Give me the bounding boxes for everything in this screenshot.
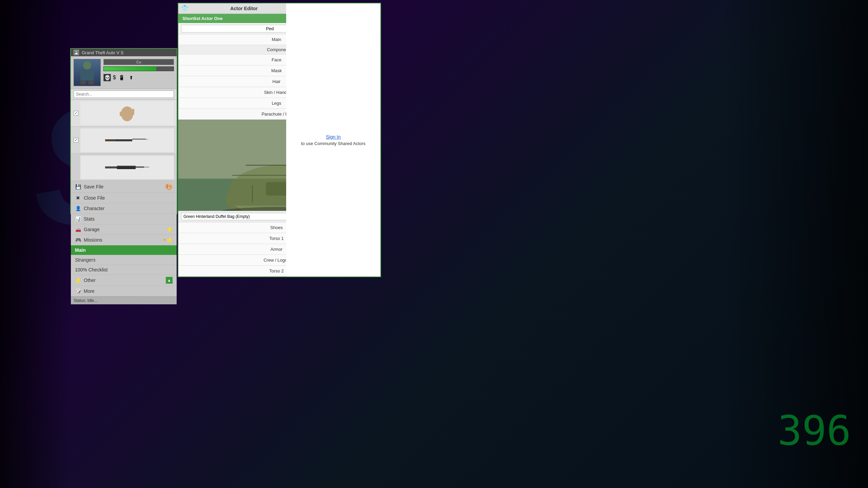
hand-svg — [114, 102, 141, 124]
nav-menu: 💾 Save File 🎨 ✖ Close File 👤 Character 📊… — [71, 181, 177, 297]
player-stats: Cu 💀 $ 📱 ⬆ — [103, 59, 174, 86]
status-text: Status: Idle... — [74, 298, 97, 303]
other-badge: ▲ — [166, 277, 173, 284]
nav-main-label: Main — [75, 247, 86, 253]
status-bar: Status: Idle... — [71, 297, 177, 304]
missions-star-icon: ⭐ — [167, 237, 173, 243]
nav-item-main[interactable]: Main — [71, 245, 177, 255]
more-icon: 🎲 — [75, 288, 81, 294]
svg-rect-18 — [117, 166, 136, 167]
search-input[interactable] — [74, 90, 174, 98]
sign-in-link[interactable]: Sign In — [326, 134, 341, 140]
nav-item-strangers[interactable]: Strangers — [71, 255, 177, 265]
left-character-area — [0, 0, 71, 488]
weapon-item-3 — [71, 154, 177, 181]
weapon-image-3 — [80, 156, 174, 179]
nav-item-more[interactable]: 🎲 More — [71, 286, 177, 297]
svg-rect-8 — [132, 109, 134, 115]
nav-strangers-label: Strangers — [75, 257, 96, 263]
weapon-list: ✓ ✓ — [71, 100, 177, 181]
nav-item-stats[interactable]: 📊 Stats — [71, 214, 177, 224]
player-icons-row: 💀 $ 📱 ⬆ — [103, 74, 174, 81]
nav-item-save-file[interactable]: 💾 Save File 🎨 — [71, 181, 177, 193]
color-wheel-icon: 🎨 — [165, 183, 173, 190]
actor-shirt-icon: 👕 — [181, 5, 189, 12]
player-avatar — [74, 59, 101, 86]
nav-garage-label: Garage — [84, 227, 100, 232]
nav-checklist-label: 100% Checklist — [75, 267, 108, 272]
character-icon: 👤 — [75, 205, 81, 211]
svg-rect-1 — [80, 70, 94, 80]
nav-close-file-label: Close File — [84, 195, 105, 201]
weapon-item-knife: ✓ — [71, 127, 177, 154]
nav-missions-label: Missions — [84, 237, 102, 243]
svg-rect-13 — [105, 139, 115, 141]
other-star-icon: ⭐ — [75, 277, 81, 283]
nav-item-checklist[interactable]: 100% Checklist — [71, 265, 177, 275]
community-panel: Sign In to use Community Shared Actors — [286, 3, 381, 277]
weapon-checkbox-1[interactable]: ✓ — [74, 111, 78, 116]
nav-save-file-label: Save File — [84, 184, 103, 189]
svg-rect-7 — [129, 107, 131, 116]
weapon-image-knife — [80, 128, 174, 152]
search-bar — [71, 89, 177, 100]
svg-point-0 — [83, 61, 91, 69]
stats-icon: 📊 — [75, 216, 81, 222]
missions-icons: ● ⭐ — [163, 237, 173, 243]
nav-character-label: Character — [84, 206, 104, 211]
svg-rect-9 — [120, 111, 123, 116]
dollar-icon: $ — [113, 75, 116, 81]
community-description: to use Community Shared Actors — [301, 141, 366, 146]
missions-icon: 🎮 — [75, 237, 81, 243]
actor-editor-title: Actor Editor — [189, 6, 299, 11]
knife-svg — [105, 135, 149, 145]
save-editor-icon: 💾 — [74, 50, 79, 55]
close-file-icon: ✖ — [75, 195, 81, 201]
nav-stats-label: Stats — [84, 216, 95, 222]
skull-icon: 💀 — [103, 74, 111, 81]
coin-icon: ● — [163, 237, 166, 243]
weapon-checkbox-2[interactable]: ✓ — [74, 138, 78, 143]
svg-rect-19 — [117, 168, 136, 169]
player-info-row: Cu 💀 $ 📱 ⬆ — [71, 56, 177, 89]
decorative-circuit: 396 — [777, 407, 851, 454]
nav-item-other[interactable]: ⭐ Other ▲ — [71, 275, 177, 286]
health-bar-fill — [104, 67, 156, 71]
save-editor-body: Cu 💀 $ 📱 ⬆ ✓ — [71, 56, 177, 304]
star-top-icon: ⬆ — [127, 74, 135, 81]
spacer — [74, 165, 78, 170]
svg-rect-21 — [144, 167, 149, 167]
weapon3-svg — [105, 162, 149, 172]
health-bar — [103, 66, 174, 71]
nav-more-label: More — [84, 288, 95, 294]
svg-marker-12 — [146, 139, 149, 140]
phone-icon: 📱 — [118, 74, 125, 81]
avatar-silhouette — [77, 61, 97, 84]
save-file-icon: 💾 — [75, 184, 81, 190]
bag-select-value: Green Hinterland Duffel Bag (Empty) — [183, 214, 250, 219]
garage-icon: 🚗 — [75, 226, 81, 232]
weapon-image-hand — [80, 101, 174, 125]
save-editor-title: Grand Theft Auto V S — [82, 50, 123, 55]
customise-button[interactable]: Cu — [103, 59, 174, 65]
save-editor-panel: 💾 Grand Theft Auto V S Cu — [70, 48, 177, 214]
svg-rect-17 — [105, 166, 117, 168]
svg-rect-20 — [136, 166, 144, 168]
health-bar-container — [103, 66, 174, 71]
nav-item-missions[interactable]: 🎮 Missions ● ⭐ — [71, 235, 177, 245]
svg-rect-6 — [125, 107, 128, 116]
weapon-item-hand: ✓ — [71, 100, 177, 127]
nav-item-garage[interactable]: 🚗 Garage ⭐ — [71, 224, 177, 235]
nav-item-close-file[interactable]: ✖ Close File — [71, 193, 177, 203]
svg-rect-2 — [80, 80, 86, 84]
svg-rect-11 — [132, 139, 146, 140]
nav-other-label: Other — [84, 278, 96, 283]
nav-item-character[interactable]: 👤 Character — [71, 203, 177, 214]
player-avatar-image — [74, 59, 100, 86]
save-editor-titlebar: 💾 Grand Theft Auto V S — [71, 49, 177, 56]
svg-rect-3 — [88, 80, 94, 84]
garage-star-icon: ⭐ — [167, 227, 173, 232]
